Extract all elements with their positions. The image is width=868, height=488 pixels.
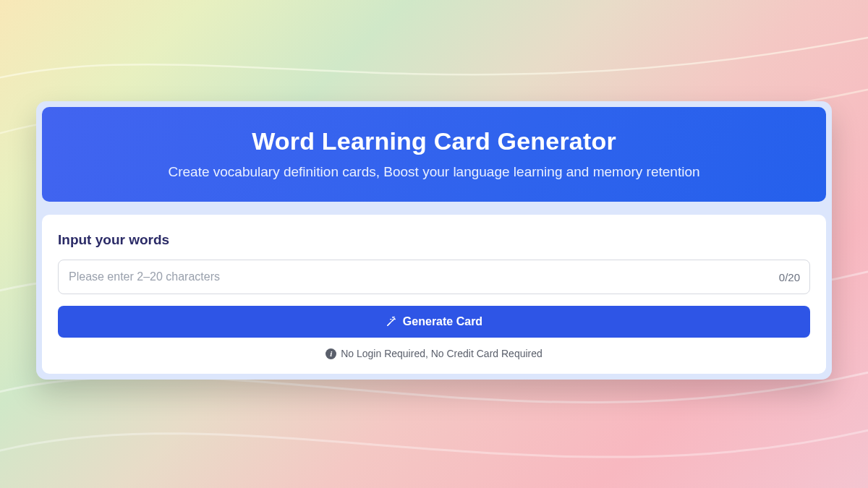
input-label: Input your words — [58, 232, 810, 248]
app-card: Word Learning Card Generator Create voca… — [36, 101, 832, 380]
footer-note-text: No Login Required, No Credit Card Requir… — [341, 348, 542, 359]
body-panel: Input your words 0/20 Generate Card i No… — [42, 215, 826, 374]
sparkle-icon — [386, 316, 397, 328]
page-title: Word Learning Card Generator — [56, 127, 812, 155]
word-input[interactable] — [58, 260, 810, 294]
word-input-wrap: 0/20 — [58, 260, 810, 294]
footer-note: i No Login Required, No Credit Card Requ… — [58, 348, 810, 359]
generate-card-label: Generate Card — [403, 315, 482, 328]
info-icon: i — [326, 348, 336, 359]
page-subtitle: Create vocabulary definition cards, Boos… — [56, 164, 812, 180]
char-count: 0/20 — [779, 271, 800, 283]
header-panel: Word Learning Card Generator Create voca… — [42, 107, 826, 202]
generate-card-button[interactable]: Generate Card — [58, 306, 810, 338]
page-background: Word Learning Card Generator Create voca… — [0, 0, 868, 488]
